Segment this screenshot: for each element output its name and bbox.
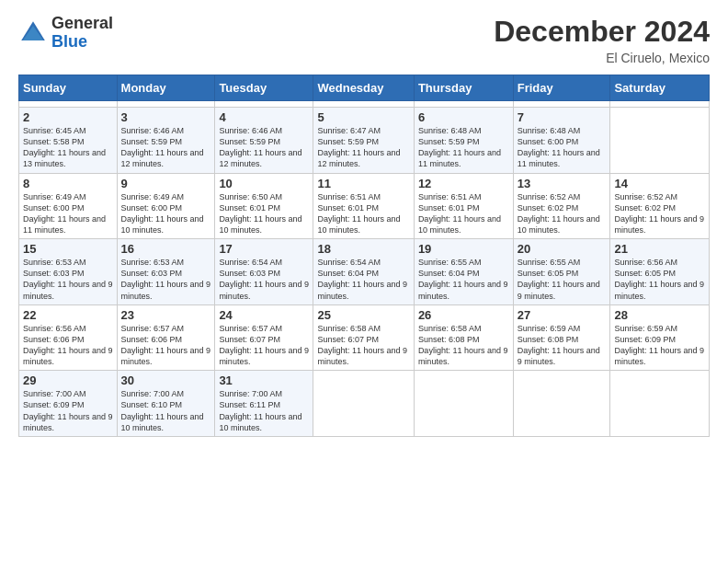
table-row: 3Sunrise: 6:46 AMSunset: 5:59 PMDaylight… xyxy=(117,108,215,174)
day-info: Sunrise: 6:57 AMSunset: 6:06 PMDaylight:… xyxy=(121,323,211,368)
day-info: Sunrise: 6:49 AMSunset: 6:00 PMDaylight:… xyxy=(121,191,211,236)
day-info: Sunrise: 6:55 AMSunset: 6:05 PMDaylight:… xyxy=(518,257,607,302)
day-number: 26 xyxy=(418,308,509,322)
table-row: 31Sunrise: 7:00 AMSunset: 6:11 PMDayligh… xyxy=(215,371,313,437)
day-number: 11 xyxy=(317,177,409,190)
day-number: 2 xyxy=(23,110,113,124)
day-number: 4 xyxy=(219,110,309,124)
col-tuesday: Tuesday xyxy=(215,75,313,101)
day-number: 3 xyxy=(121,110,211,124)
day-info: Sunrise: 6:46 AMSunset: 5:59 PMDaylight:… xyxy=(121,125,211,170)
table-row: 27Sunrise: 6:59 AMSunset: 6:08 PMDayligh… xyxy=(513,304,610,371)
table-row: 17Sunrise: 6:54 AMSunset: 6:03 PMDayligh… xyxy=(215,239,313,305)
day-info: Sunrise: 6:52 AMSunset: 6:02 PMDaylight:… xyxy=(518,191,607,236)
day-info: Sunrise: 7:00 AMSunset: 6:09 PMDaylight:… xyxy=(23,388,113,433)
day-info: Sunrise: 6:46 AMSunset: 5:59 PMDaylight:… xyxy=(219,125,309,170)
table-row: 26Sunrise: 6:58 AMSunset: 6:08 PMDayligh… xyxy=(414,304,513,371)
day-number: 6 xyxy=(418,110,509,124)
col-thursday: Thursday xyxy=(414,75,513,101)
table-row: 12Sunrise: 6:51 AMSunset: 6:01 PMDayligh… xyxy=(414,173,513,239)
day-info: Sunrise: 6:54 AMSunset: 6:03 PMDaylight:… xyxy=(219,257,309,302)
day-info: Sunrise: 6:49 AMSunset: 6:00 PMDaylight:… xyxy=(23,191,113,236)
day-number: 30 xyxy=(121,373,211,387)
table-row: 11Sunrise: 6:51 AMSunset: 6:01 PMDayligh… xyxy=(313,173,414,239)
day-number: 10 xyxy=(219,177,309,190)
day-number: 20 xyxy=(518,242,607,256)
table-row: 9Sunrise: 6:49 AMSunset: 6:00 PMDaylight… xyxy=(117,173,215,239)
calendar-row xyxy=(19,101,710,108)
logo-general: General xyxy=(51,14,113,32)
title-block: December 2024 El Ciruelo, Mexico xyxy=(494,15,710,65)
table-row: 28Sunrise: 6:59 AMSunset: 6:09 PMDayligh… xyxy=(610,304,710,371)
day-info: Sunrise: 6:50 AMSunset: 6:01 PMDaylight:… xyxy=(219,191,309,236)
day-info: Sunrise: 6:53 AMSunset: 6:03 PMDaylight:… xyxy=(23,257,113,302)
day-number: 23 xyxy=(121,308,211,322)
day-number: 31 xyxy=(219,373,309,387)
table-row: 19Sunrise: 6:55 AMSunset: 6:04 PMDayligh… xyxy=(414,239,513,305)
col-friday: Friday xyxy=(513,75,610,101)
day-number: 7 xyxy=(518,110,607,124)
table-row: 30Sunrise: 7:00 AMSunset: 6:10 PMDayligh… xyxy=(117,371,215,437)
day-number: 29 xyxy=(23,373,113,387)
table-row: 22Sunrise: 6:56 AMSunset: 6:06 PMDayligh… xyxy=(19,304,118,371)
table-row: 15Sunrise: 6:53 AMSunset: 6:03 PMDayligh… xyxy=(19,239,118,305)
calendar-row: 29Sunrise: 7:00 AMSunset: 6:09 PMDayligh… xyxy=(19,371,710,437)
day-info: Sunrise: 6:56 AMSunset: 6:05 PMDaylight:… xyxy=(614,257,705,302)
calendar-table: Sunday Monday Tuesday Wednesday Thursday… xyxy=(18,75,710,437)
day-number: 27 xyxy=(518,308,607,322)
logo-blue: Blue xyxy=(51,32,87,51)
day-info: Sunrise: 6:51 AMSunset: 6:01 PMDaylight:… xyxy=(317,191,409,236)
day-number: 18 xyxy=(317,242,409,256)
table-row: 29Sunrise: 7:00 AMSunset: 6:09 PMDayligh… xyxy=(19,371,118,437)
day-info: Sunrise: 6:51 AMSunset: 6:01 PMDaylight:… xyxy=(418,191,509,236)
day-info: Sunrise: 6:53 AMSunset: 6:03 PMDaylight:… xyxy=(121,257,211,302)
table-row: 23Sunrise: 6:57 AMSunset: 6:06 PMDayligh… xyxy=(117,304,215,371)
table-row xyxy=(610,371,710,437)
day-number: 9 xyxy=(121,177,211,190)
day-number: 16 xyxy=(121,242,211,256)
table-row xyxy=(513,101,610,108)
table-row xyxy=(610,108,710,174)
day-number: 14 xyxy=(614,177,705,190)
table-row: 7Sunrise: 6:48 AMSunset: 6:00 PMDaylight… xyxy=(513,108,610,174)
table-row: 21Sunrise: 6:56 AMSunset: 6:05 PMDayligh… xyxy=(610,239,710,305)
table-row xyxy=(215,101,313,108)
day-info: Sunrise: 6:47 AMSunset: 5:59 PMDaylight:… xyxy=(317,125,409,170)
table-row xyxy=(313,371,414,437)
table-row: 10Sunrise: 6:50 AMSunset: 6:01 PMDayligh… xyxy=(215,173,313,239)
day-info: Sunrise: 6:56 AMSunset: 6:06 PMDaylight:… xyxy=(23,323,113,368)
col-sunday: Sunday xyxy=(19,75,118,101)
table-row xyxy=(414,101,513,108)
logo-icon xyxy=(18,18,48,48)
table-row: 2Sunrise: 6:45 AMSunset: 5:58 PMDaylight… xyxy=(19,108,118,174)
day-info: Sunrise: 6:59 AMSunset: 6:08 PMDaylight:… xyxy=(518,323,607,368)
day-info: Sunrise: 6:52 AMSunset: 6:02 PMDaylight:… xyxy=(614,191,705,236)
day-info: Sunrise: 7:00 AMSunset: 6:11 PMDaylight:… xyxy=(219,388,309,433)
calendar-row: 2Sunrise: 6:45 AMSunset: 5:58 PMDaylight… xyxy=(19,108,710,174)
day-number: 22 xyxy=(23,308,113,322)
calendar-page: General Blue December 2024 El Ciruelo, M… xyxy=(0,0,728,563)
day-info: Sunrise: 7:00 AMSunset: 6:10 PMDaylight:… xyxy=(121,388,211,433)
col-saturday: Saturday xyxy=(610,75,710,101)
table-row: 20Sunrise: 6:55 AMSunset: 6:05 PMDayligh… xyxy=(513,239,610,305)
calendar-header-row: Sunday Monday Tuesday Wednesday Thursday… xyxy=(19,75,710,101)
calendar-row: 22Sunrise: 6:56 AMSunset: 6:06 PMDayligh… xyxy=(19,304,710,371)
day-number: 15 xyxy=(23,242,113,256)
table-row xyxy=(610,101,710,108)
day-number: 21 xyxy=(614,242,705,256)
day-info: Sunrise: 6:54 AMSunset: 6:04 PMDaylight:… xyxy=(317,257,409,302)
day-info: Sunrise: 6:48 AMSunset: 5:59 PMDaylight:… xyxy=(418,125,509,170)
day-info: Sunrise: 6:45 AMSunset: 5:58 PMDaylight:… xyxy=(23,125,113,170)
logo: General Blue xyxy=(18,15,113,52)
col-monday: Monday xyxy=(117,75,215,101)
location: El Ciruelo, Mexico xyxy=(494,51,710,65)
day-info: Sunrise: 6:58 AMSunset: 6:08 PMDaylight:… xyxy=(418,323,509,368)
table-row xyxy=(313,101,414,108)
day-number: 13 xyxy=(518,177,607,190)
table-row: 13Sunrise: 6:52 AMSunset: 6:02 PMDayligh… xyxy=(513,173,610,239)
day-number: 8 xyxy=(23,177,113,190)
day-info: Sunrise: 6:58 AMSunset: 6:07 PMDaylight:… xyxy=(317,323,409,368)
table-row: 6Sunrise: 6:48 AMSunset: 5:59 PMDaylight… xyxy=(414,108,513,174)
day-number: 24 xyxy=(219,308,309,322)
calendar-row: 8Sunrise: 6:49 AMSunset: 6:00 PMDaylight… xyxy=(19,173,710,239)
